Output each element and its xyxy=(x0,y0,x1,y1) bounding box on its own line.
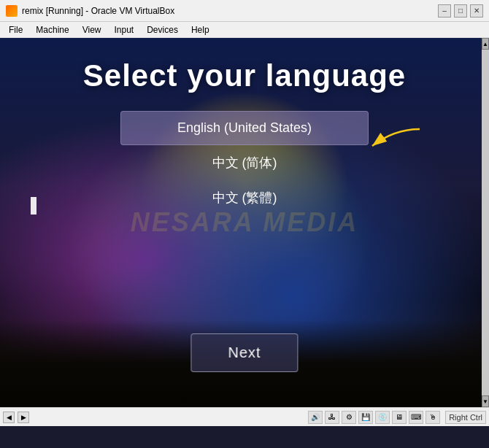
language-list: English (United States) 中文 (简体) 中文 (繁體) xyxy=(120,111,369,215)
right-ctrl-label: Right Ctrl xyxy=(445,411,486,424)
scroll-right-button[interactable]: ▶ xyxy=(18,412,29,423)
language-english[interactable]: English (United States) xyxy=(120,111,369,145)
menu-input[interactable]: Input xyxy=(109,23,140,36)
mouse-icon[interactable]: 🖱 xyxy=(426,411,440,424)
language-chinese-traditional[interactable]: 中文 (繁體) xyxy=(120,180,369,215)
menu-view[interactable]: View xyxy=(77,23,107,36)
language-chinese-simplified[interactable]: 中文 (简体) xyxy=(120,145,369,180)
scrollbar-track[interactable] xyxy=(482,50,489,395)
network-icon[interactable]: 🖧 xyxy=(325,411,339,424)
optical-icon[interactable]: 💿 xyxy=(375,411,390,424)
app-icon xyxy=(6,5,18,17)
vm-display: NESARA MEDIA Select your language Englis… xyxy=(0,38,489,407)
usb-icon[interactable]: ⚙ xyxy=(342,411,356,424)
vm-scrollbar[interactable]: ▲ ▼ xyxy=(482,38,489,407)
close-button[interactable]: ✕ xyxy=(470,4,483,18)
title-bar: remix [Running] - Oracle VM VirtualBox –… xyxy=(0,0,489,22)
next-button-container: Next xyxy=(190,333,298,372)
menu-file[interactable]: File xyxy=(3,23,28,36)
minimize-button[interactable]: – xyxy=(438,4,451,18)
maximize-button[interactable]: □ xyxy=(454,4,467,18)
scrollbar-up-button[interactable]: ▲ xyxy=(482,38,489,50)
keyboard-icon[interactable]: ⌨ xyxy=(409,411,423,424)
menu-devices[interactable]: Devices xyxy=(141,23,184,36)
menu-help[interactable]: Help xyxy=(185,23,215,36)
audio-icon[interactable]: 🔊 xyxy=(308,411,323,424)
status-left: ◀ ▶ xyxy=(3,412,29,423)
window-controls: – □ ✕ xyxy=(438,4,483,18)
disk-icon[interactable]: 💾 xyxy=(358,411,373,424)
status-bar: ◀ ▶ 🔊 🖧 ⚙ 💾 💿 🖥 ⌨ 🖱 Right Ctrl xyxy=(0,407,489,426)
scrollbar-down-button[interactable]: ▼ xyxy=(482,395,489,407)
next-button[interactable]: Next xyxy=(190,333,298,372)
scroll-left-button[interactable]: ◀ xyxy=(3,412,15,423)
page-title: Select your language xyxy=(83,58,406,93)
window-title: remix [Running] - Oracle VM VirtualBox xyxy=(22,6,438,16)
display-icon[interactable]: 🖥 xyxy=(392,411,407,424)
menu-bar: File Machine View Input Devices Help xyxy=(0,22,489,38)
vm-ui-overlay: Select your language English (United Sta… xyxy=(0,38,489,407)
menu-machine[interactable]: Machine xyxy=(30,23,74,36)
status-right: 🔊 🖧 ⚙ 💾 💿 🖥 ⌨ 🖱 Right Ctrl xyxy=(308,411,486,424)
